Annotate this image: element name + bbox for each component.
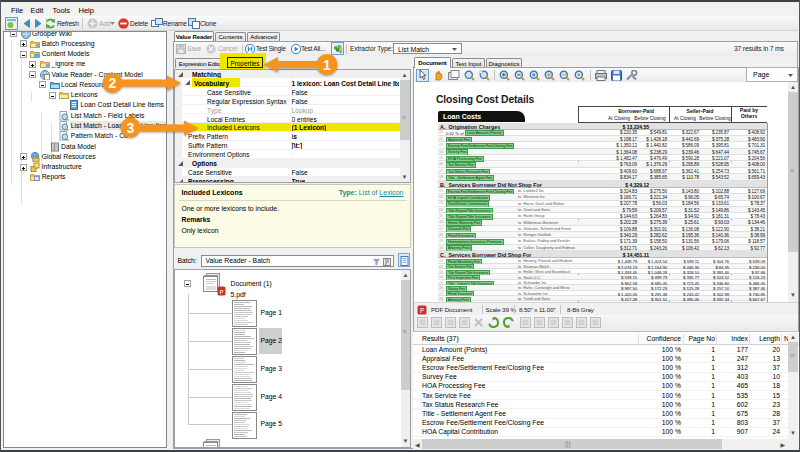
svg-text:3: 3 xyxy=(127,120,135,136)
svg-text:P: P xyxy=(219,289,223,295)
svg-text:P: P xyxy=(420,307,424,314)
svg-text:2: 2 xyxy=(109,75,117,91)
svg-text:1: 1 xyxy=(323,57,331,73)
